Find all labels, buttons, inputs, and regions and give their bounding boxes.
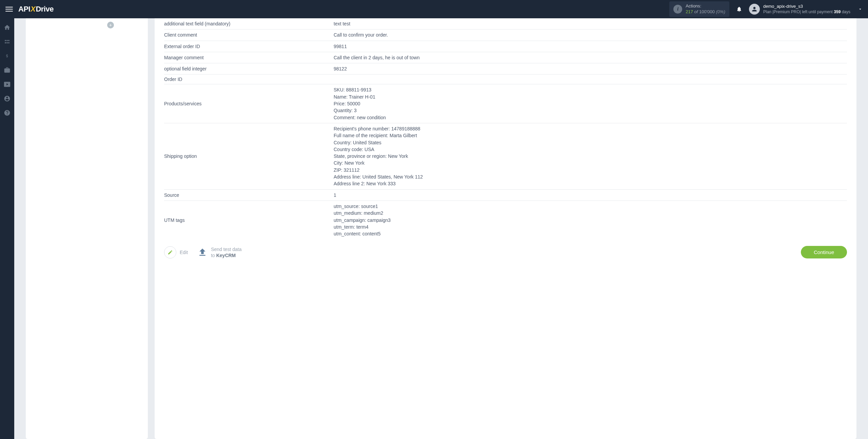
table-row: Source1: [164, 190, 847, 201]
table-row: Shipping optionRecipient's phone number:…: [164, 123, 847, 190]
row-key: optional field integer: [164, 65, 334, 72]
logo[interactable]: API X Drive: [18, 5, 54, 14]
row-key: UTM tags: [164, 203, 334, 237]
data-table: additional text field (mandatory)text te…: [164, 18, 847, 239]
send-line1: Send test data: [211, 246, 241, 252]
chevron-down-icon[interactable]: [858, 7, 863, 12]
row-key: External order ID: [164, 43, 334, 50]
row-value: 1: [334, 192, 847, 198]
user-plan: Plan |Premium PRO| left until payment 35…: [763, 9, 850, 15]
actions-pct: (0%): [716, 9, 725, 14]
content: + additional text field (mandatory)text …: [14, 18, 868, 439]
sidebar-item-home[interactable]: [0, 20, 14, 35]
row-value: 98122: [334, 65, 847, 72]
edit-label: Edit: [180, 250, 188, 255]
sidebar-item-help[interactable]: [0, 106, 14, 120]
sidebar: [0, 18, 14, 439]
edit-button[interactable]: Edit: [164, 246, 188, 258]
add-button[interactable]: +: [107, 22, 114, 28]
actions-count: 217: [686, 9, 693, 14]
row-key: Manager comment: [164, 54, 334, 61]
upload-icon: [197, 247, 208, 257]
table-row: Manager commentCall the client in 2 days…: [164, 52, 847, 63]
sidebar-item-account[interactable]: [0, 91, 14, 106]
row-key: Shipping option: [164, 125, 334, 187]
logo-x: X: [31, 5, 35, 14]
user-block[interactable]: demo_apix-drive_s3 Plan |Premium PRO| le…: [749, 4, 863, 15]
header: API X Drive i Actions: 217 of 100'000 (0…: [0, 0, 868, 18]
send-test-button[interactable]: Send test data to KeyCRM: [197, 246, 241, 258]
left-panel: +: [26, 18, 148, 439]
table-row: Products/servicesSKU: 88811-9913Name: Tr…: [164, 84, 847, 123]
logo-api: API: [18, 5, 30, 14]
user-name: demo_apix-drive_s3: [763, 4, 850, 9]
logo-drive: Drive: [36, 5, 54, 14]
sidebar-item-video[interactable]: [0, 77, 14, 91]
actions-total: 100'000: [699, 9, 715, 14]
row-value: Call the client in 2 days, he is out of …: [334, 54, 847, 61]
sidebar-item-briefcase[interactable]: [0, 63, 14, 77]
row-value: Call to confirm your order.: [334, 32, 847, 38]
continue-button[interactable]: Continue: [801, 246, 847, 258]
send-line2: to KeyCRM: [211, 252, 241, 258]
row-key: Client comment: [164, 32, 334, 38]
table-row: Client commentCall to confirm your order…: [164, 29, 847, 41]
row-value: text test: [334, 20, 847, 27]
actions-box[interactable]: i Actions: 217 of 100'000 (0%): [669, 1, 729, 17]
row-key: Source: [164, 192, 334, 198]
table-row: External order ID99811: [164, 41, 847, 52]
row-value: SKU: 88811-9913Name: Trainer H-01Price: …: [334, 86, 847, 121]
action-row: Edit Send test data to KeyCRM Continue: [164, 239, 847, 258]
main-panel: additional text field (mandatory)text te…: [155, 18, 856, 439]
info-icon: i: [673, 5, 682, 14]
actions-of: of: [694, 9, 698, 14]
sidebar-item-connections[interactable]: [0, 35, 14, 49]
row-value: Recipient's phone number: 14789188888Ful…: [334, 125, 847, 187]
row-value: 99811: [334, 43, 847, 50]
table-row: optional field integer98122: [164, 63, 847, 75]
row-value: utm_source: source1utm_medium: medium2ut…: [334, 203, 847, 237]
row-key: Order ID: [164, 77, 334, 82]
pencil-icon: [164, 246, 176, 258]
row-key: additional text field (mandatory): [164, 20, 334, 27]
row-key: Products/services: [164, 86, 334, 121]
table-row: UTM tagsutm_source: source1utm_medium: m…: [164, 201, 847, 239]
row-value: [334, 77, 847, 82]
sidebar-item-billing[interactable]: [0, 49, 14, 63]
table-row: additional text field (mandatory)text te…: [164, 18, 847, 29]
actions-label: Actions:: [686, 3, 725, 9]
bell-icon[interactable]: [736, 6, 742, 13]
menu-icon[interactable]: [5, 7, 13, 12]
table-row: Order ID: [164, 75, 847, 84]
avatar-icon: [749, 4, 760, 15]
